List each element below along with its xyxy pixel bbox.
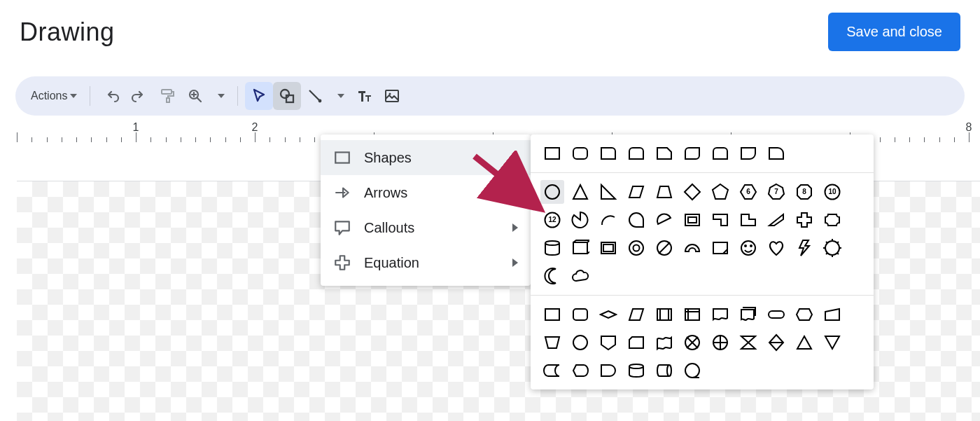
shape-moon[interactable] — [540, 264, 564, 288]
menu-label: Equation — [364, 255, 419, 271]
shape-data[interactable] — [624, 303, 648, 326]
shape-teardrop[interactable] — [624, 208, 648, 232]
shape-process[interactable] — [540, 303, 564, 326]
menu-item-equation[interactable]: Equation — [321, 245, 531, 280]
shape-pie[interactable] — [568, 208, 592, 232]
shape-heptagon-7[interactable]: 7 — [764, 180, 788, 204]
svg-marker-14 — [601, 185, 615, 199]
shape-round-diagonal[interactable] — [680, 142, 704, 165]
shape-multi-document[interactable] — [736, 303, 760, 326]
shape-decision-thin[interactable] — [596, 303, 620, 326]
shape-plus[interactable] — [792, 208, 816, 232]
shape-smiley[interactable] — [736, 236, 760, 260]
shape-magnetic-disk[interactable] — [624, 359, 648, 382]
shape-sort[interactable] — [764, 331, 788, 354]
menu-item-arrows[interactable]: Arrows — [321, 175, 531, 210]
shape-cube[interactable] — [568, 236, 592, 260]
shape-display[interactable] — [568, 359, 592, 382]
shape-half-round[interactable] — [736, 142, 760, 165]
svg-line-55 — [826, 253, 827, 254]
image-tool-button[interactable] — [378, 82, 406, 110]
shape-round-single-corner[interactable] — [596, 142, 620, 165]
shape-alt-process[interactable] — [568, 303, 592, 326]
svg-point-12 — [545, 185, 559, 199]
shape-direct-access[interactable] — [652, 359, 676, 382]
shape-terminator[interactable] — [764, 303, 788, 326]
shape-tool-button[interactable] — [273, 82, 301, 110]
shape-off-page[interactable] — [596, 331, 620, 354]
svg-rect-1 — [167, 98, 169, 102]
shape-block-arc[interactable] — [680, 236, 704, 260]
shape-round-same-side[interactable] — [708, 142, 732, 165]
shape-hexagon-6[interactable]: 6 — [736, 180, 760, 204]
shape-right-triangle[interactable] — [596, 180, 620, 204]
shape-round-rect[interactable] — [568, 142, 592, 165]
paint-format-button[interactable] — [153, 82, 181, 110]
line-tool-button[interactable] — [301, 82, 329, 110]
shape-manual-input[interactable] — [820, 303, 844, 326]
line-dropdown-button[interactable] — [329, 82, 350, 110]
actions-label: Actions — [31, 90, 67, 102]
menu-item-shapes[interactable]: Shapes — [321, 140, 531, 175]
select-tool-button[interactable] — [245, 82, 273, 110]
shape-dodecagon-12[interactable]: 12 — [540, 208, 564, 232]
svg-rect-38 — [603, 244, 613, 251]
shape-chord[interactable] — [652, 208, 676, 232]
shape-lightning[interactable] — [792, 236, 816, 260]
shape-extract[interactable] — [792, 331, 816, 354]
shape-triangle[interactable] — [568, 180, 592, 204]
shape-parallelogram[interactable] — [624, 180, 648, 204]
shape-pentagon[interactable] — [708, 180, 732, 204]
shape-frame[interactable] — [680, 208, 704, 232]
shape-plaque[interactable] — [820, 208, 844, 232]
shape-punched-tape[interactable] — [652, 331, 676, 354]
actions-menu-button[interactable]: Actions — [25, 82, 83, 110]
shape-decagon-10[interactable]: 10 — [820, 180, 844, 204]
shape-collate[interactable] — [736, 331, 760, 354]
menu-label: Callouts — [364, 220, 414, 236]
shape-arc[interactable] — [596, 208, 620, 232]
zoom-dropdown-button[interactable] — [209, 82, 230, 110]
shape-predefined[interactable] — [652, 303, 676, 326]
shape-stored-data[interactable] — [540, 359, 564, 382]
shape-trapezoid[interactable] — [652, 180, 676, 204]
zoom-button[interactable] — [181, 82, 209, 110]
shape-diamond[interactable] — [680, 180, 704, 204]
shape-summing[interactable] — [680, 331, 704, 354]
shape-or[interactable] — [708, 331, 732, 354]
shape-sequential-storage[interactable] — [680, 359, 704, 382]
shape-preparation[interactable] — [792, 303, 816, 326]
shape-cylinder[interactable] — [540, 236, 564, 260]
shape-connector[interactable] — [568, 331, 592, 354]
shape-heart[interactable] — [764, 236, 788, 260]
shape-corner[interactable] — [736, 208, 760, 232]
shape-document[interactable] — [708, 303, 732, 326]
textbox-tool-button[interactable] — [350, 82, 378, 110]
submenu-arrow-icon — [512, 188, 518, 197]
shape-merge[interactable] — [820, 331, 844, 354]
shape-manual-op[interactable] — [540, 331, 564, 354]
shape-cloud[interactable] — [568, 264, 592, 288]
shape-donut[interactable] — [624, 236, 648, 260]
shape-octagon-8[interactable]: 8 — [792, 180, 816, 204]
shape-sun[interactable] — [820, 236, 844, 260]
shape-round-top[interactable] — [624, 142, 648, 165]
redo-button[interactable] — [125, 82, 153, 110]
shape-no-symbol[interactable] — [652, 236, 676, 260]
undo-button[interactable] — [97, 82, 125, 110]
svg-point-40 — [634, 245, 640, 251]
shape-bevel[interactable] — [596, 236, 620, 260]
save-and-close-button[interactable]: Save and close — [828, 13, 960, 51]
shape-diagonal-stripe[interactable] — [764, 208, 788, 232]
menu-item-callouts[interactable]: Callouts — [321, 210, 531, 245]
shape-ellipse[interactable] — [540, 180, 564, 204]
shape-rectangle[interactable] — [540, 142, 564, 165]
svg-rect-66 — [769, 311, 784, 318]
shape-folded-corner[interactable] — [708, 236, 732, 260]
shape-internal-storage[interactable] — [680, 303, 704, 326]
shape-l-shape[interactable] — [708, 208, 732, 232]
shape-delay[interactable] — [596, 359, 620, 382]
shape-card[interactable] — [624, 331, 648, 354]
shape-half-round-alt[interactable] — [764, 142, 788, 165]
shape-snip-corner[interactable] — [652, 142, 676, 165]
